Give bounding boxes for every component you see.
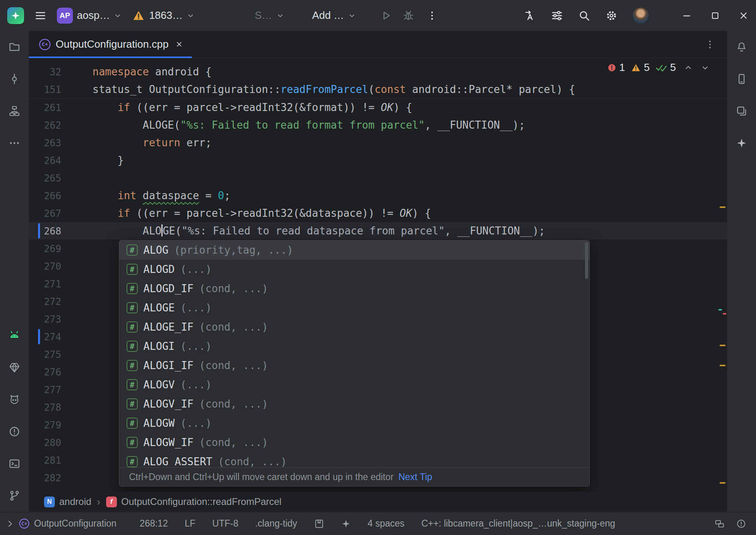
- problems-icon[interactable]: [3, 419, 26, 444]
- code-text[interactable]: namespace android {: [80, 63, 211, 81]
- hamburger-menu-icon[interactable]: [34, 10, 46, 22]
- folder-icon[interactable]: [3, 34, 26, 60]
- line-number[interactable]: 272: [44, 296, 61, 307]
- gutter[interactable]: 282: [29, 469, 80, 487]
- commit-icon[interactable]: [3, 66, 26, 92]
- analyzer-config[interactable]: .clang-tidy: [255, 518, 297, 529]
- gutter[interactable]: 262: [29, 116, 80, 134]
- gutter[interactable]: 265: [29, 169, 80, 187]
- line-number[interactable]: 271: [44, 279, 61, 290]
- code-text[interactable]: [80, 469, 92, 487]
- code-text[interactable]: [80, 240, 92, 257]
- code-text[interactable]: [80, 434, 92, 451]
- letter-a-arrows-icon[interactable]: [524, 10, 536, 22]
- gutter[interactable]: 272: [29, 293, 80, 310]
- gutter[interactable]: 274: [29, 328, 80, 345]
- code-text[interactable]: [80, 293, 92, 310]
- code-text[interactable]: ALOGE("%s: Failed to read format from pa…: [80, 116, 525, 134]
- vcs-change-marker[interactable]: [38, 329, 40, 344]
- completion-item-ALOGV_IF[interactable]: #ALOGV_IF(cond, ...): [119, 394, 589, 414]
- code-line-266[interactable]: 266 int dataspace = 0;: [29, 187, 727, 204]
- gutter[interactable]: 266: [29, 187, 80, 204]
- tab-options-kebab-icon[interactable]: [705, 39, 715, 50]
- code-text[interactable]: [80, 345, 92, 363]
- completion-item-ALOGI[interactable]: #ALOGI(...): [119, 337, 589, 356]
- code-text[interactable]: status_t OutputConfiguration::readFromPa…: [80, 81, 575, 98]
- code-text[interactable]: [80, 381, 92, 398]
- code-text[interactable]: [80, 169, 92, 187]
- minimize-icon[interactable]: [682, 10, 692, 21]
- user-avatar[interactable]: [633, 8, 649, 24]
- structure-icon[interactable]: [3, 98, 26, 124]
- gutter[interactable]: 271: [29, 275, 80, 293]
- run-icon[interactable]: [380, 10, 392, 22]
- toolchain-info[interactable]: C++: libcamera_client|aosp_…unk_staging-…: [421, 518, 615, 529]
- ai-sparkle-icon[interactable]: [341, 519, 351, 529]
- code-text[interactable]: return err;: [80, 134, 211, 151]
- gutter[interactable]: 261: [29, 99, 80, 116]
- completion-item-ALOG[interactable]: #ALOG(priority,tag, ...): [119, 240, 589, 260]
- window-layout-icon[interactable]: [714, 519, 725, 529]
- gutter[interactable]: 279: [29, 416, 80, 434]
- ai-sparkle-icon[interactable]: [730, 130, 753, 156]
- next-tip-link[interactable]: Next Tip: [398, 472, 432, 483]
- completion-item-ALOGV[interactable]: #ALOGV(...): [119, 375, 589, 394]
- gutter[interactable]: 276: [29, 363, 80, 381]
- previous-problem-chevron-up-icon[interactable]: [684, 63, 693, 72]
- error-count-badge[interactable]: 1: [607, 61, 625, 74]
- file-encoding[interactable]: UTF-8: [212, 518, 238, 529]
- gutter[interactable]: 275: [29, 345, 80, 363]
- gutter[interactable]: 280: [29, 434, 80, 451]
- completion-item-ALOGE_IF[interactable]: #ALOGE_IF(cond, ...): [119, 317, 589, 337]
- gutter[interactable]: 151: [29, 81, 80, 98]
- next-problem-chevron-down-icon[interactable]: [701, 63, 710, 72]
- line-number[interactable]: 263: [44, 137, 61, 149]
- breadcrumb-item[interactable]: fOutputConfiguration::readFromParcel: [106, 496, 281, 507]
- line-number[interactable]: 277: [44, 384, 61, 396]
- git-branch-icon[interactable]: [3, 483, 26, 509]
- gutter[interactable]: 269: [29, 240, 80, 257]
- code-text[interactable]: [80, 363, 92, 381]
- gutter[interactable]: 32: [29, 63, 80, 81]
- completion-item-ALOGW_IF[interactable]: #ALOGW_IF(cond, ...): [119, 433, 589, 452]
- completion-item-ALOG_ASSERT[interactable]: #ALOG_ASSERT(cond, ...): [119, 452, 589, 467]
- gutter[interactable]: 263: [29, 134, 80, 151]
- line-number[interactable]: 262: [44, 120, 61, 131]
- line-number[interactable]: 261: [44, 102, 61, 113]
- settings-sliders-icon[interactable]: [551, 10, 563, 22]
- line-number[interactable]: 276: [44, 367, 61, 378]
- line-number[interactable]: 281: [44, 455, 61, 466]
- line-number[interactable]: 273: [44, 314, 61, 325]
- line-number[interactable]: 267: [44, 208, 61, 219]
- code-line-264[interactable]: 264 }: [29, 151, 727, 169]
- gutter[interactable]: 278: [29, 398, 80, 416]
- line-number[interactable]: 268: [44, 226, 61, 237]
- code-line-268[interactable]: 268 ALOGE("%s: Failed to read dataspace …: [29, 222, 727, 240]
- code-text[interactable]: ALOGE("%s: Failed to read dataspace from…: [80, 222, 545, 240]
- chevron-right-icon[interactable]: [6, 519, 14, 528]
- line-number[interactable]: 151: [44, 84, 61, 95]
- line-number[interactable]: 265: [44, 173, 61, 184]
- code-text[interactable]: [80, 328, 92, 345]
- code-text[interactable]: [80, 257, 92, 275]
- line-number[interactable]: 270: [44, 261, 61, 272]
- cat-icon[interactable]: [3, 387, 26, 412]
- search-icon[interactable]: [578, 10, 590, 22]
- gutter[interactable]: 273: [29, 310, 80, 328]
- code-text[interactable]: [80, 451, 92, 469]
- completion-item-ALOGW[interactable]: #ALOGW(...): [119, 414, 589, 433]
- indent-setting[interactable]: 4 spaces: [368, 518, 404, 529]
- problems-widget[interactable]: 1863…: [132, 9, 195, 22]
- more-vertical-icon[interactable]: [426, 10, 438, 21]
- line-number[interactable]: 279: [44, 420, 61, 431]
- code-text[interactable]: int dataspace = 0;: [80, 187, 230, 204]
- gutter[interactable]: 267: [29, 204, 80, 222]
- line-number[interactable]: 266: [44, 190, 61, 202]
- code-text[interactable]: [80, 416, 92, 434]
- gutter[interactable]: 270: [29, 257, 80, 275]
- line-number[interactable]: 32: [50, 67, 61, 78]
- analysis-mark-warning[interactable]: [720, 365, 726, 366]
- maximize-icon[interactable]: [710, 11, 720, 20]
- line-number[interactable]: 278: [44, 402, 61, 413]
- bell-icon[interactable]: [730, 34, 753, 60]
